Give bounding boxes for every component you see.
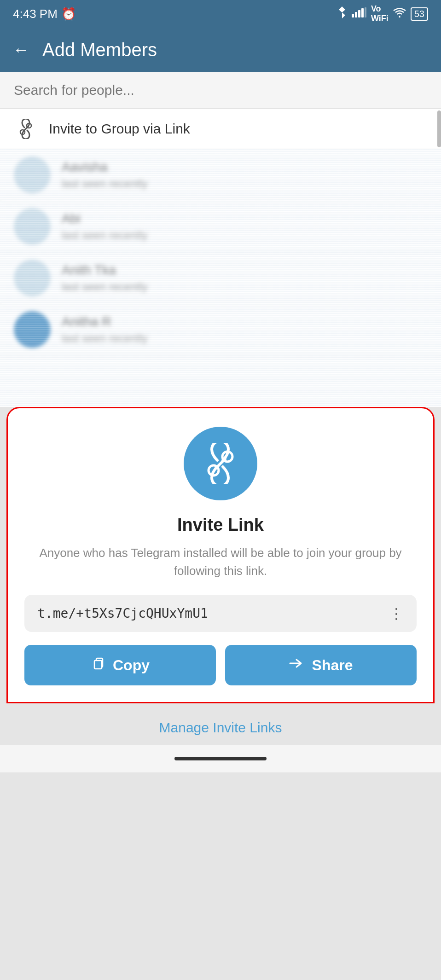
share-label: Share (312, 657, 353, 674)
sheet-title: Invite Link (24, 515, 417, 535)
svg-rect-0 (352, 14, 354, 17)
search-input[interactable] (14, 82, 427, 98)
bottom-sheet: Invite Link Anyone who has Telegram inst… (6, 407, 435, 703)
back-button[interactable]: ← (13, 40, 29, 59)
invite-row-label: Invite to Group via Link (49, 121, 190, 137)
sheet-description: Anyone who has Telegram installed will b… (24, 544, 417, 580)
signal-icon (352, 7, 366, 20)
bottom-sheet-container: Invite Link Anyone who has Telegram inst… (0, 407, 441, 745)
page-title: Add Members (42, 40, 157, 60)
bottom-nav-bar (0, 745, 441, 772)
nav-indicator (174, 757, 267, 760)
action-buttons: Copy Share (24, 645, 417, 685)
status-left: 4:43 PM ⏰ (13, 7, 76, 21)
status-right: VoWiFi 53 (337, 4, 428, 23)
vowifi-label: VoWiFi (371, 4, 389, 23)
svg-rect-1 (355, 12, 357, 17)
svg-rect-9 (94, 661, 102, 669)
copy-button[interactable]: Copy (24, 645, 216, 685)
blur-overlay (0, 149, 441, 407)
status-bar: 4:43 PM ⏰ VoWiFi 53 (0, 0, 441, 28)
share-button[interactable]: Share (225, 645, 417, 685)
bluetooth-icon (337, 6, 347, 21)
contact-list: Aavisha last seen recently Abi last seen… (0, 149, 441, 407)
invite-to-group-row[interactable]: Invite to Group via Link (0, 109, 441, 149)
link-box: t.me/+t5Xs7CjcQHUxYmU1 ⋮ (24, 595, 417, 632)
invite-link-icon (184, 427, 257, 500)
link-options-button[interactable]: ⋮ (389, 606, 404, 621)
search-bar (0, 72, 441, 109)
scrollbar (437, 110, 441, 147)
alarm-icon: ⏰ (61, 7, 76, 21)
svg-rect-4 (365, 7, 366, 17)
battery-display: 53 (411, 7, 428, 21)
time-display: 4:43 PM (13, 7, 58, 21)
header: ← Add Members (0, 28, 441, 72)
manage-invite-links[interactable]: Manage Invite Links (0, 703, 441, 745)
svg-rect-3 (361, 8, 364, 17)
invite-link-text: t.me/+t5Xs7CjcQHUxYmU1 (37, 606, 208, 621)
copy-icon (91, 656, 105, 674)
wifi-icon (393, 7, 406, 20)
copy-label: Copy (113, 657, 150, 674)
svg-rect-2 (358, 10, 360, 17)
link-icon (14, 117, 38, 141)
share-icon (289, 656, 305, 674)
